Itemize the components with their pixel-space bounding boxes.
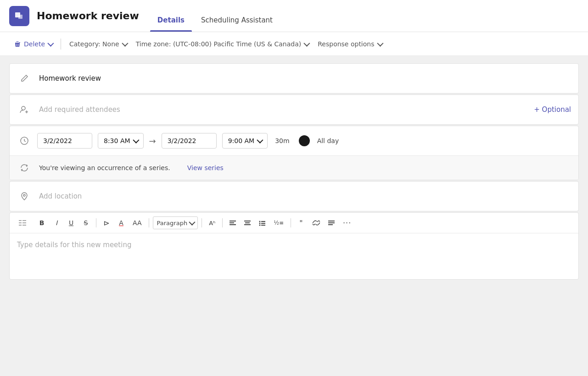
text-align-button[interactable] bbox=[325, 216, 338, 229]
delete-chevron-icon bbox=[47, 40, 54, 46]
svg-point-4 bbox=[23, 194, 25, 196]
svg-rect-11 bbox=[230, 221, 236, 221]
start-date-field[interactable]: 3/2/2022 bbox=[37, 133, 92, 149]
editor-icon-container bbox=[15, 218, 30, 227]
font-color-button[interactable]: A bbox=[115, 216, 128, 229]
align-left-icon bbox=[230, 220, 236, 226]
svg-rect-12 bbox=[230, 222, 234, 223]
view-series-link[interactable]: View series bbox=[187, 164, 224, 171]
align-center-icon bbox=[244, 220, 251, 226]
align-left-button[interactable] bbox=[226, 216, 239, 229]
quote-button[interactable]: " bbox=[295, 216, 308, 229]
indent-button[interactable]: ⊳ bbox=[100, 216, 113, 229]
edit-icon-container bbox=[17, 74, 32, 83]
start-time-field[interactable]: 8:30 AM bbox=[98, 133, 144, 149]
list-icon bbox=[18, 218, 27, 227]
location-content[interactable]: Add location bbox=[39, 192, 571, 200]
editor-card: B I U S ⊳ A AA Paragraph Aʰ bbox=[9, 212, 579, 280]
editor-sep-2 bbox=[149, 218, 149, 227]
edit-icon bbox=[20, 74, 29, 83]
attendees-placeholder[interactable]: Add required attendees bbox=[39, 105, 534, 114]
paragraph-chevron-icon bbox=[189, 219, 195, 226]
editor-sep-5 bbox=[291, 218, 291, 227]
recurrence-row: You're viewing an occurrence of a series… bbox=[10, 156, 578, 180]
title-content[interactable]: Homework review bbox=[39, 74, 571, 83]
end-time-field[interactable]: 9:00 AM bbox=[222, 133, 268, 149]
link-icon bbox=[313, 219, 320, 227]
editor-sep-1 bbox=[96, 218, 96, 227]
more-button[interactable]: ··· bbox=[340, 216, 354, 229]
location-card: Add location bbox=[9, 181, 579, 211]
svg-rect-13 bbox=[230, 224, 236, 225]
location-row: Add location bbox=[10, 182, 578, 211]
svg-rect-16 bbox=[244, 224, 251, 225]
editor-toolbar: B I U S ⊳ A AA Paragraph Aʰ bbox=[10, 213, 578, 233]
svg-rect-25 bbox=[328, 224, 333, 225]
bullets-button[interactable] bbox=[256, 216, 269, 229]
optional-link[interactable]: + Optional bbox=[534, 105, 571, 114]
datetime-card: 3/2/2022 8:30 AM → 3/2/2022 9:00 AM 30m … bbox=[9, 126, 579, 180]
location-placeholder[interactable]: Add location bbox=[39, 192, 82, 200]
underline-button[interactable]: U bbox=[65, 216, 78, 229]
editor-content[interactable]: Type details for this new meeting bbox=[10, 233, 578, 279]
bold-button[interactable]: B bbox=[35, 216, 48, 229]
svg-rect-22 bbox=[261, 225, 265, 226]
title-row: Homework review bbox=[10, 64, 578, 93]
clock-icon bbox=[20, 136, 29, 145]
toolbar-separator-1 bbox=[61, 39, 61, 50]
recurrence-icon-container bbox=[17, 163, 32, 172]
app-icon bbox=[9, 6, 29, 26]
tab-scheduling[interactable]: Scheduling Assistant bbox=[194, 0, 280, 32]
svg-rect-23 bbox=[328, 221, 335, 221]
svg-point-19 bbox=[259, 223, 261, 224]
clock-icon-container bbox=[17, 136, 32, 145]
svg-rect-14 bbox=[244, 221, 251, 221]
attendees-icon-container bbox=[17, 105, 32, 114]
paragraph-dropdown[interactable]: Paragraph bbox=[153, 216, 198, 229]
trash-icon bbox=[14, 40, 21, 48]
title-card: Homework review bbox=[9, 63, 579, 94]
recurrence-text: You're viewing an occurrence of a series… bbox=[39, 164, 170, 171]
link-button[interactable] bbox=[309, 216, 323, 229]
font-size-button[interactable]: AA bbox=[129, 216, 145, 229]
main-content: Homework review Add required attendees +… bbox=[0, 56, 588, 376]
title-value[interactable]: Homework review bbox=[39, 74, 101, 83]
align-center-button[interactable] bbox=[241, 216, 254, 229]
header: Homework review Details Scheduling Assis… bbox=[0, 0, 588, 32]
response-options-dropdown[interactable]: Response options bbox=[313, 38, 386, 50]
attendees-content[interactable]: Add required attendees + Optional bbox=[39, 105, 571, 114]
italic-button[interactable]: I bbox=[50, 216, 63, 229]
teams-icon bbox=[14, 11, 25, 22]
end-date-field[interactable]: 3/2/2022 bbox=[162, 133, 217, 149]
strikethrough-button[interactable]: S bbox=[79, 216, 92, 229]
svg-point-21 bbox=[259, 225, 261, 226]
editor-sep-4 bbox=[222, 218, 223, 227]
duration-text: 30m bbox=[275, 137, 289, 144]
svg-rect-20 bbox=[261, 223, 265, 224]
svg-point-17 bbox=[259, 221, 261, 222]
start-time-chevron-icon bbox=[133, 137, 139, 144]
svg-rect-15 bbox=[245, 222, 250, 223]
allday-label: All day bbox=[317, 137, 339, 144]
delete-button[interactable]: Delete bbox=[9, 38, 57, 50]
category-dropdown[interactable]: Category: None bbox=[65, 38, 131, 50]
meeting-title: Homework review bbox=[37, 10, 139, 22]
toolbar: Delete Category: None Time zone: (UTC-08… bbox=[0, 32, 588, 56]
allday-toggle[interactable] bbox=[299, 135, 310, 146]
numbering-button[interactable]: ½≡ bbox=[270, 216, 287, 229]
svg-point-2 bbox=[22, 106, 25, 110]
end-time-chevron-icon bbox=[257, 137, 263, 144]
tab-details[interactable]: Details bbox=[150, 0, 192, 32]
attendees-card: Add required attendees + Optional bbox=[9, 94, 579, 125]
styles-button[interactable]: Aʰ bbox=[206, 216, 218, 229]
svg-rect-24 bbox=[328, 222, 335, 223]
datetime-row: 3/2/2022 8:30 AM → 3/2/2022 9:00 AM 30m … bbox=[10, 126, 578, 155]
tabs: Details Scheduling Assistant bbox=[150, 0, 280, 32]
timezone-dropdown[interactable]: Time zone: (UTC-08:00) Pacific Time (US … bbox=[131, 38, 314, 50]
attendees-row: Add required attendees + Optional bbox=[10, 95, 578, 124]
editor-placeholder: Type details for this new meeting bbox=[17, 241, 131, 249]
bullets-icon bbox=[259, 220, 265, 226]
location-icon bbox=[20, 192, 29, 201]
svg-rect-18 bbox=[261, 221, 265, 222]
timezone-chevron-icon bbox=[304, 40, 310, 46]
